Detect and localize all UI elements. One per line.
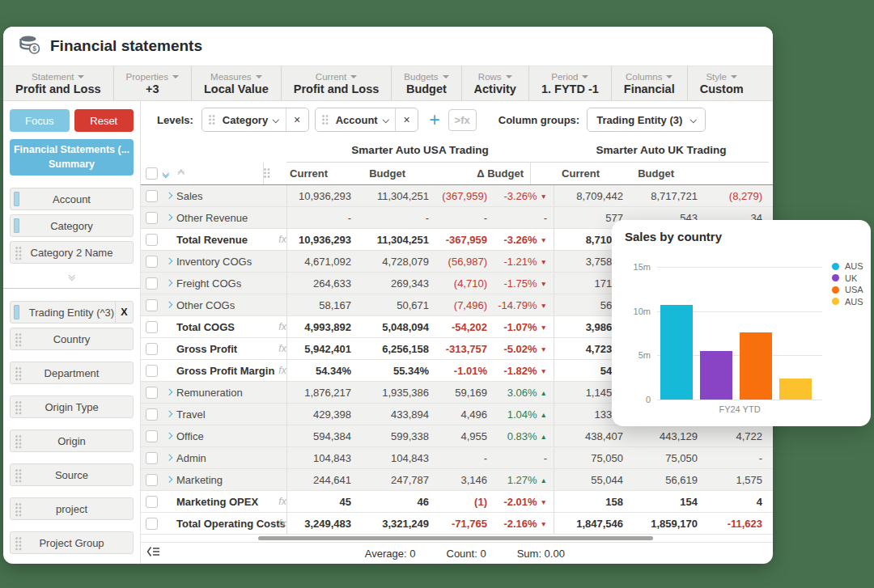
focus-button[interactable]: Focus: [10, 109, 70, 132]
sidebar-field-country[interactable]: Country: [10, 328, 134, 350]
sidebar-field-trading-entity-3[interactable]: Trading Entity (^3)X: [10, 301, 134, 324]
column-header-current[interactable]: Current: [290, 167, 328, 180]
toolbar-item-rows[interactable]: RowsActivity: [461, 66, 528, 100]
sidebar-expand-icon[interactable]: [10, 273, 134, 279]
toolbar-item-statement[interactable]: StatementProfit and Loss: [3, 66, 113, 100]
toolbar-item-style[interactable]: StyleCustom: [687, 66, 756, 100]
table-row-sales[interactable]: Sales10,936,29311,304,251(367,959)-3.26%…: [141, 185, 773, 207]
add-level-button[interactable]: +: [429, 111, 439, 129]
row-checkbox[interactable]: [146, 343, 158, 355]
drag-handle-icon[interactable]: [15, 537, 23, 551]
row-checkbox[interactable]: [146, 408, 158, 421]
level-chip-category[interactable]: Category ×: [202, 108, 309, 132]
toolbar-item-columns[interactable]: ColumnsFinancial: [611, 66, 687, 100]
remove-level-button[interactable]: ×: [395, 108, 418, 131]
row-checkbox[interactable]: [146, 299, 158, 311]
toolbar-item-properties[interactable]: Properties+3: [113, 66, 191, 100]
toolbar-item-current[interactable]: CurrentProfit and Loss: [281, 66, 392, 100]
toolbar-item-measures[interactable]: MeasuresLocal Value: [191, 66, 281, 100]
field-label: Category: [50, 220, 93, 232]
drag-handle-icon[interactable]: [15, 247, 23, 260]
expand-row-icon[interactable]: [166, 302, 172, 308]
expand-row-icon[interactable]: [166, 214, 172, 221]
level-chip-account[interactable]: Account ×: [315, 108, 419, 132]
sidebar-field-category-2-name[interactable]: Category 2 Name: [10, 241, 134, 264]
row-checkbox[interactable]: [146, 430, 158, 442]
drag-handle-icon[interactable]: [15, 367, 23, 381]
expand-row-icon[interactable]: [166, 192, 172, 199]
column-header-delta-budget[interactable]: Δ Budget: [470, 167, 530, 180]
row-checkbox[interactable]: [146, 365, 158, 377]
sidebar-field-account[interactable]: Account: [10, 188, 134, 210]
selected-view-button[interactable]: Financial Statements (... Summary: [10, 139, 134, 176]
drag-handle-icon[interactable]: [15, 333, 23, 347]
row-checkbox[interactable]: [146, 256, 158, 268]
select-all-checkbox[interactable]: [146, 167, 158, 180]
sidebar-field-category[interactable]: Category: [10, 214, 134, 237]
collapse-all-icon[interactable]: [179, 171, 184, 177]
sidebar-field-project-group[interactable]: Project Group: [10, 531, 134, 554]
row-checkbox[interactable]: [146, 277, 158, 290]
expand-row-icon[interactable]: [166, 258, 172, 264]
row-checkbox[interactable]: [146, 452, 158, 464]
horizontal-scrollbar-track[interactable]: [141, 535, 773, 542]
sidebar-field-department[interactable]: Department: [10, 362, 134, 384]
row-checkbox[interactable]: [146, 190, 158, 202]
formula-button[interactable]: >fx: [448, 109, 477, 131]
row-checkbox[interactable]: [146, 321, 158, 333]
drag-handle-icon[interactable]: [15, 469, 23, 483]
table-row-admin[interactable]: Admin104,843104,843--75,05075,050-: [141, 447, 773, 469]
cell-usa-budget: 104,843: [358, 452, 435, 464]
chevron-down-icon[interactable]: [273, 116, 279, 123]
drag-handle-icon[interactable]: [15, 503, 23, 517]
expand-all-icon[interactable]: [163, 171, 168, 177]
sidebar-field-project[interactable]: project: [10, 497, 134, 520]
drag-handle-icon[interactable]: [15, 435, 23, 449]
legend-dot: [832, 286, 839, 294]
toolbar-item-value: +3: [146, 82, 159, 95]
expand-row-icon[interactable]: [166, 411, 172, 417]
table-row-marketing[interactable]: Marketing244,641247,7873,1461.27%▲55,044…: [141, 469, 773, 491]
field-accent-bar: [14, 192, 19, 206]
chart-bar-aus-3[interactable]: [779, 379, 812, 400]
row-checkbox[interactable]: [146, 234, 158, 246]
table-row-marketing-opex[interactable]: Marketing OPEXfx4546(1)-2.01%▼1581544: [141, 491, 773, 513]
expand-row-icon[interactable]: [166, 476, 172, 483]
sidebar-field-origin[interactable]: Origin: [10, 429, 134, 452]
expand-row-icon[interactable]: [166, 433, 172, 439]
sidebar-field-source[interactable]: Source: [10, 463, 134, 486]
table-row-total-operating-costs[interactable]: Total Operating Costsfx3,249,4833,321,24…: [141, 513, 773, 535]
column-header-current-uk[interactable]: Current: [530, 163, 606, 184]
remove-field-button[interactable]: X: [115, 302, 133, 323]
chart-bar-aus-0[interactable]: [660, 305, 693, 400]
column-header-budget-uk[interactable]: Budget: [606, 167, 681, 180]
drag-handle-icon[interactable]: [15, 401, 23, 415]
row-checkbox[interactable]: [146, 518, 158, 530]
chevron-down-icon[interactable]: [383, 116, 389, 123]
remove-level-button[interactable]: ×: [286, 108, 308, 131]
chart-bar-usa-2[interactable]: [740, 332, 772, 400]
horizontal-scrollbar-thumb[interactable]: [258, 536, 653, 540]
expand-row-icon[interactable]: [166, 455, 172, 461]
chart-gridline: [657, 400, 822, 400]
drag-handle-icon[interactable]: [322, 115, 329, 125]
table-row-office[interactable]: Office594,384599,3384,9550.83%▲438,40744…: [141, 425, 773, 447]
toolbar-item-budgets[interactable]: BudgetsBudget: [391, 66, 460, 100]
row-checkbox[interactable]: [146, 212, 158, 224]
expand-row-icon[interactable]: [166, 280, 172, 286]
sidebar-field-origin-type[interactable]: Origin Type: [10, 396, 134, 418]
drag-handle-icon[interactable]: [209, 115, 216, 125]
drag-handle-icon[interactable]: [264, 168, 271, 179]
column-groups-select[interactable]: Trading Entity (3): [587, 108, 706, 132]
row-checkbox[interactable]: [146, 496, 158, 508]
row-checkbox[interactable]: [146, 474, 158, 486]
reset-button[interactable]: Reset: [74, 109, 134, 132]
column-header-budget[interactable]: Budget: [334, 167, 412, 180]
page-title: Financial statements: [50, 37, 202, 55]
legend-label: UK: [845, 273, 857, 283]
collapse-panel-icon[interactable]: [146, 546, 160, 561]
expand-row-icon[interactable]: [166, 389, 172, 396]
chart-bar-uk-1[interactable]: [700, 351, 732, 400]
toolbar-item-period[interactable]: Period1. FYTD -1: [528, 66, 611, 100]
row-checkbox[interactable]: [146, 387, 158, 399]
